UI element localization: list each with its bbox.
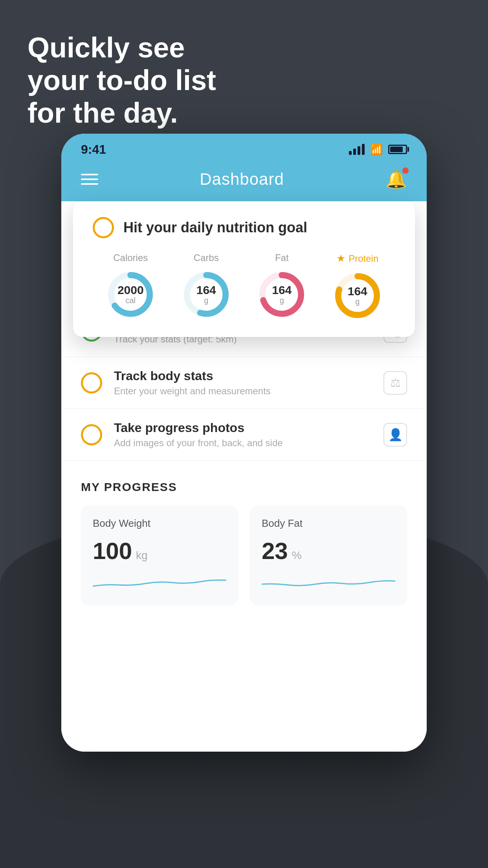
progress-cards: Body Weight 100 kg Body Fat 23 % (81, 506, 407, 605)
calories-donut: 2000 cal (105, 269, 156, 320)
card-header: Hit your daily nutrition goal (93, 217, 395, 238)
body-fat-card[interactable]: Body Fat 23 % (250, 506, 407, 605)
photos-icon-box: 👤 (383, 423, 407, 447)
status-time: 9:41 (81, 142, 106, 157)
body-fat-title: Body Fat (262, 517, 395, 530)
macro-carbs-label: Carbs (194, 252, 219, 263)
body-fat-unit: % (292, 549, 302, 562)
photo-icon: 👤 (388, 428, 403, 441)
nav-bar: Dashboard 🔔 (61, 161, 427, 201)
body-weight-card[interactable]: Body Weight 100 kg (81, 506, 238, 605)
status-icons: 📶 (349, 143, 407, 156)
battery-icon (388, 145, 407, 154)
photos-subtitle: Add images of your front, back, and side (114, 438, 372, 449)
body-fat-value-row: 23 % (262, 537, 395, 565)
body-stats-radio[interactable] (81, 372, 102, 394)
macro-calories: Calories 2000 cal (105, 252, 156, 320)
body-weight-unit: kg (136, 549, 148, 562)
fat-donut: 164 g (256, 269, 307, 320)
carbs-donut: 164 g (181, 269, 232, 320)
protein-donut: 164 g (332, 270, 383, 321)
macro-calories-label: Calories (113, 252, 148, 263)
photos-radio[interactable] (81, 424, 102, 445)
photos-text: Take progress photos Add images of your … (114, 421, 372, 449)
photos-title: Take progress photos (114, 421, 372, 435)
macro-fat: Fat 164 g (256, 252, 307, 320)
macro-protein: ★ Protein 164 g (332, 252, 383, 321)
status-bar: 9:41 📶 (61, 134, 427, 161)
body-weight-value: 100 (93, 537, 132, 565)
notifications-button[interactable]: 🔔 (385, 169, 407, 189)
nutrition-card[interactable]: Hit your daily nutrition goal Calories 2… (73, 201, 415, 337)
phone-content: THINGS TO DO TODAY Hit your daily nutrit… (61, 201, 427, 752)
todo-photos[interactable]: Take progress photos Add images of your … (61, 409, 427, 461)
scale-icon: ⚖ (390, 376, 401, 390)
macro-carbs: Carbs 164 g (181, 252, 232, 320)
signal-icon (349, 144, 365, 155)
body-weight-title: Body Weight (93, 517, 226, 530)
body-stats-text: Track body stats Enter your weight and m… (114, 369, 372, 397)
protein-value: 164 g (348, 285, 367, 306)
carbs-value: 164 g (196, 284, 216, 305)
progress-section-title: MY PROGRESS (81, 480, 407, 494)
body-stats-title: Track body stats (114, 369, 372, 383)
nutrition-radio[interactable] (93, 217, 114, 238)
body-fat-sparkline (262, 572, 395, 592)
body-stats-subtitle: Enter your weight and measurements (114, 386, 372, 397)
todo-body-stats[interactable]: Track body stats Enter your weight and m… (61, 357, 427, 409)
progress-section: MY PROGRESS Body Weight 100 kg Body Fat (61, 461, 427, 621)
hero-text: Quickly see your to-do list for the day. (28, 31, 216, 129)
nutrition-title: Hit your daily nutrition goal (123, 219, 307, 236)
body-weight-sparkline (93, 572, 226, 592)
nav-title: Dashboard (200, 170, 284, 189)
body-stats-icon-box: ⚖ (383, 371, 407, 395)
body-weight-value-row: 100 kg (93, 537, 226, 565)
macro-fat-label: Fat (275, 252, 289, 263)
macro-protein-label: ★ Protein (336, 252, 378, 265)
body-fat-value: 23 (262, 537, 288, 565)
fat-value: 164 g (272, 284, 292, 305)
menu-button[interactable] (81, 174, 98, 185)
star-icon: ★ (336, 252, 345, 265)
wifi-icon: 📶 (370, 143, 383, 156)
calories-value: 2000 cal (117, 284, 144, 305)
notification-badge (402, 167, 409, 174)
macros-row: Calories 2000 cal Carbs (93, 252, 395, 321)
phone-mockup: 9:41 📶 Dashboard 🔔 (61, 134, 427, 752)
